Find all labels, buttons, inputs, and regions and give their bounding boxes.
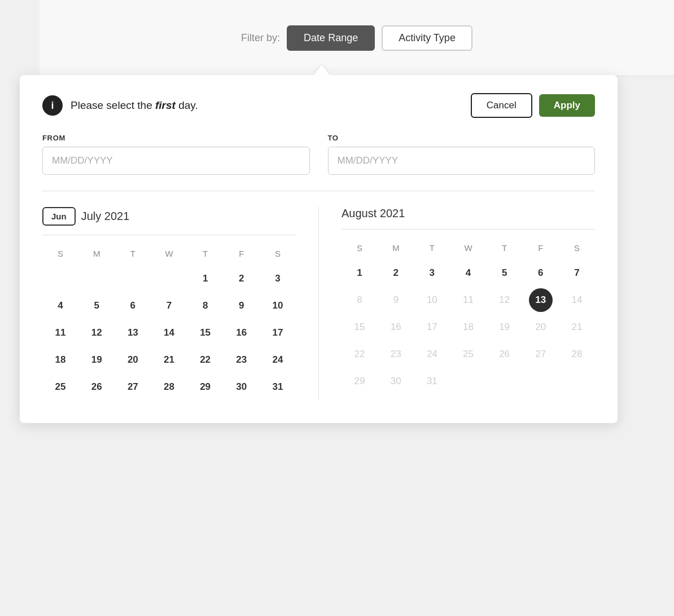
july-day-13[interactable]: 13 (121, 321, 145, 345)
july-day-9[interactable]: 9 (230, 294, 253, 318)
aug-day-empty-4 (565, 369, 589, 393)
filter-bar: Filter by: Date Range Activity Type (40, 0, 674, 76)
from-date-field: FROM (42, 134, 310, 175)
july-day-5[interactable]: 5 (85, 294, 108, 318)
aug-day-header-t1: T (414, 239, 450, 259)
july-calendar-divider (42, 235, 296, 235)
july-day-10[interactable]: 10 (266, 294, 290, 318)
july-day-1[interactable]: 1 (194, 267, 217, 291)
aug-day-23: 23 (384, 342, 408, 366)
july-day-29[interactable]: 29 (194, 375, 217, 399)
aug-day-4[interactable]: 4 (456, 261, 480, 285)
july-day-17[interactable]: 17 (266, 321, 290, 345)
july-day-header-m: M (78, 244, 115, 265)
july-day-21[interactable]: 21 (157, 348, 181, 372)
july-day-18[interactable]: 18 (49, 348, 72, 372)
aug-day-24: 24 (420, 342, 444, 366)
aug-day-2[interactable]: 2 (384, 261, 408, 285)
prev-month-button[interactable]: Jun (42, 207, 76, 226)
aug-day-header-t2: T (487, 239, 523, 259)
july-day-8[interactable]: 8 (194, 294, 217, 318)
apply-button[interactable]: Apply (539, 94, 595, 117)
august-calendar-header: August 2021 (342, 207, 595, 220)
july-day-header-t1: T (115, 244, 151, 265)
july-day-19[interactable]: 19 (85, 348, 108, 372)
aug-day-28: 28 (565, 342, 589, 366)
aug-day-empty-1 (456, 369, 480, 393)
aug-day-8: 8 (348, 288, 371, 312)
aug-day-19: 19 (493, 315, 517, 339)
from-date-input[interactable] (42, 147, 310, 175)
to-date-input[interactable] (328, 147, 596, 175)
aug-day-header-w: W (450, 239, 486, 259)
july-day-30[interactable]: 30 (230, 375, 253, 399)
to-label: TO (328, 134, 596, 142)
calendars-container: Jun July 2021 S M T W T F S 1 2 3 (42, 207, 595, 401)
aug-day-5[interactable]: 5 (493, 261, 517, 285)
dropdown-arrow (314, 65, 330, 75)
aug-day-20: 20 (529, 315, 553, 339)
date-range-filter-button[interactable]: Date Range (287, 25, 375, 51)
aug-day-empty-2 (493, 369, 517, 393)
july-day-14[interactable]: 14 (157, 321, 181, 345)
july-day-7[interactable]: 7 (157, 294, 181, 318)
aug-day-14: 14 (565, 288, 589, 312)
august-calendar-grid: S M T W T F S 1 2 3 4 5 6 7 8 9 10 11 (342, 239, 595, 395)
july-day-23[interactable]: 23 (230, 348, 253, 372)
july-day-20[interactable]: 20 (121, 348, 145, 372)
august-calendar-title: August 2021 (342, 207, 405, 220)
aug-day-26: 26 (493, 342, 517, 366)
aug-day-13[interactable]: 13 (529, 288, 553, 312)
july-day-2[interactable]: 2 (230, 267, 253, 291)
aug-day-16: 16 (384, 315, 408, 339)
aug-day-1[interactable]: 1 (348, 261, 371, 285)
august-calendar-divider (342, 229, 595, 230)
july-day-26[interactable]: 26 (85, 375, 108, 399)
july-day-28[interactable]: 28 (157, 375, 181, 399)
july-day-12[interactable]: 12 (85, 321, 108, 345)
aug-day-10: 10 (420, 288, 444, 312)
july-day-11[interactable]: 11 (49, 321, 72, 345)
july-day-3[interactable]: 3 (266, 267, 290, 291)
july-calendar-header: Jun July 2021 (42, 207, 296, 226)
july-day-24[interactable]: 24 (266, 348, 290, 372)
july-day-6[interactable]: 6 (121, 294, 145, 318)
info-left: i Please select the first day. (42, 95, 198, 116)
july-day-empty-2 (85, 267, 108, 291)
aug-day-31: 31 (420, 369, 444, 393)
july-day-16[interactable]: 16 (230, 321, 253, 345)
aug-day-21: 21 (565, 315, 589, 339)
july-calendar-title: July 2021 (81, 210, 130, 223)
july-day-4[interactable]: 4 (49, 294, 72, 318)
july-day-empty-4 (157, 267, 181, 291)
info-row: i Please select the first day. Cancel Ap… (42, 93, 595, 118)
july-day-31[interactable]: 31 (266, 375, 290, 399)
july-calendar-grid: S M T W T F S 1 2 3 4 5 6 7 8 (42, 244, 296, 401)
aug-day-27: 27 (529, 342, 553, 366)
july-day-empty-1 (49, 267, 72, 291)
july-day-header-t2: T (187, 244, 224, 265)
july-day-25[interactable]: 25 (49, 375, 72, 399)
aug-day-3[interactable]: 3 (420, 261, 444, 285)
date-range-popup: i Please select the first day. Cancel Ap… (20, 75, 618, 423)
aug-day-18: 18 (456, 315, 480, 339)
july-day-header-w: W (151, 244, 187, 265)
aug-day-25: 25 (456, 342, 480, 366)
to-date-field: TO (328, 134, 596, 175)
july-day-15[interactable]: 15 (194, 321, 217, 345)
calendar-separator (318, 207, 319, 401)
aug-day-header-m: M (378, 239, 414, 259)
aug-day-11: 11 (456, 288, 480, 312)
from-label: FROM (42, 134, 310, 142)
aug-day-30: 30 (384, 369, 408, 393)
july-day-22[interactable]: 22 (194, 348, 217, 372)
filter-by-label: Filter by: (241, 32, 280, 44)
aug-day-7[interactable]: 7 (565, 261, 589, 285)
action-buttons: Cancel Apply (471, 93, 595, 118)
aug-day-header-s1: S (342, 239, 378, 259)
aug-day-6[interactable]: 6 (529, 261, 553, 285)
cancel-button[interactable]: Cancel (471, 93, 532, 118)
aug-day-12: 12 (493, 288, 517, 312)
july-day-27[interactable]: 27 (121, 375, 145, 399)
activity-type-filter-button[interactable]: Activity Type (382, 25, 472, 51)
